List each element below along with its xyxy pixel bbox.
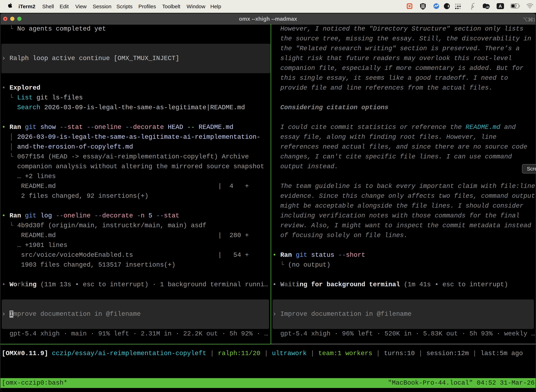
svg-text:1: 1	[533, 17, 536, 22]
svg-text:..61: ..61	[485, 5, 489, 9]
svg-text:A: A	[499, 4, 502, 9]
